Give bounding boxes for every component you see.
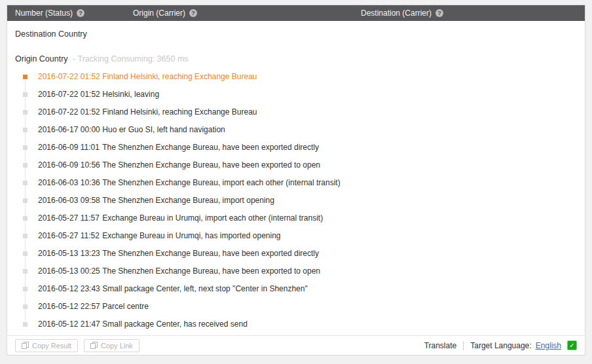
event-description: Finland Helsinki, reaching Exchange Bure… [102, 72, 257, 81]
copy-result-button[interactable]: Copy Result [15, 339, 78, 352]
translate-label: Translate [424, 341, 457, 350]
tracking-event-row: 2016-05-12 21:47 Small package Center, h… [7, 316, 585, 333]
event-date: 2016-05-12 22:57 [38, 298, 100, 316]
tracking-result-panel: Number (Status) ? Origin (Carrier) ? Des… [7, 5, 585, 355]
language-link[interactable]: English [536, 341, 561, 350]
footer-copy-buttons: Copy Result Copy Link [15, 339, 145, 352]
copy-link-label: Copy Link [101, 342, 133, 350]
event-date: 2016-07-22 01:52 [38, 68, 100, 86]
header-column-number-status: Number (Status) ? [15, 5, 84, 21]
event-date: 2016-05-12 23:43 [38, 280, 100, 298]
header-column-label: Destination (Carrier) [361, 9, 432, 18]
help-icon[interactable]: ? [435, 9, 443, 17]
timeline-dot-icon [23, 198, 28, 203]
timeline-dot-icon [23, 216, 28, 221]
event-date: 2016-06-17 00:00 [38, 121, 100, 139]
copy-link-button[interactable]: Copy Link [84, 339, 139, 352]
tracking-timeline: 2016-07-22 01:52 Finland Helsinki, reach… [7, 68, 585, 333]
event-date: 2016-05-12 21:47 [38, 316, 100, 333]
event-description: The Shenzhen Exchange Bureau, import eac… [102, 178, 341, 187]
destination-country-label: Destination Country [15, 27, 585, 41]
tracking-event-row: 2016-06-03 09:58 The Shenzhen Exchange B… [7, 192, 585, 209]
event-date: 2016-05-27 11:52 [38, 227, 100, 245]
timeline-dot-icon [23, 92, 28, 97]
event-description: Small package Center, has received send [102, 319, 247, 329]
footer-bar: Copy Result Copy Link Translate Target L… [7, 335, 585, 355]
event-description: Exchange Bureau in Urumqi, has imported … [102, 231, 280, 240]
copy-icon [90, 342, 98, 349]
event-description: The Shenzhen Exchange Bureau, have been … [102, 143, 319, 152]
event-description: The Shenzhen Exchange Bureau, have been … [102, 249, 319, 258]
origin-country-label: Origin Country [15, 54, 68, 64]
timeline-dot-icon [23, 287, 28, 291]
event-date: 2016-06-03 09:58 [38, 192, 100, 209]
target-language-label: Target Language: [470, 341, 531, 350]
header-column-label: Number (Status) [15, 9, 73, 18]
event-date: 2016-07-22 01:52 [38, 86, 100, 103]
header-column-origin-carrier: Origin (Carrier) ? [133, 5, 197, 21]
tracking-event-row: 2016-05-27 11:57 Exchange Bureau in Urum… [7, 209, 585, 227]
help-icon[interactable]: ? [189, 9, 197, 17]
tracking-event-row: 2016-05-13 00:25 The Shenzhen Exchange B… [7, 263, 585, 280]
tracking-event-row: 2016-05-12 23:43 Small package Center, l… [7, 280, 585, 298]
tracking-content: Destination Country Origin Country - Tra… [7, 21, 585, 335]
timeline-dot-icon [23, 128, 28, 132]
event-date: 2016-05-13 00:25 [38, 263, 100, 280]
timeline-dot-icon [23, 163, 28, 168]
divider [463, 341, 464, 350]
tracking-event-row: 2016-06-09 10:56 The Shenzhen Exchange B… [7, 156, 585, 174]
translate-controls: Translate Target Language: English ✓ [424, 340, 577, 350]
event-description: The Shenzhen Exchange Bureau, import ope… [102, 196, 274, 205]
tracking-event-row: 2016-05-12 22:57 Parcel centre [7, 298, 585, 316]
tracking-event-row: 2016-07-22 01:52 Finland Helsinki, reach… [7, 103, 585, 121]
tracking-event-row: 2016-05-13 13:23 The Shenzhen Exchange B… [7, 245, 585, 263]
event-description: The Shenzhen Exchange Bureau, have been … [102, 266, 320, 276]
event-date: 2016-06-09 10:56 [38, 156, 100, 174]
result-header-bar: Number (Status) ? Origin (Carrier) ? Des… [7, 5, 585, 21]
timeline-dot-icon [23, 322, 28, 327]
timeline-dot-icon [23, 269, 28, 274]
event-description: Parcel centre [102, 302, 149, 311]
header-column-label: Origin (Carrier) [133, 9, 185, 18]
copy-icon [22, 342, 29, 349]
checkbox-checked-icon[interactable]: ✓ [567, 340, 577, 350]
event-description: Finland Helsinki, reaching Exchange Bure… [102, 107, 257, 117]
tracking-event-row: 2016-06-17 00:00 Huo er Guo SI, left han… [7, 121, 585, 139]
tracking-event-row: 2016-07-22 01:52 Helsinki, leaving [7, 86, 585, 103]
header-column-destination-carrier: Destination (Carrier) ? [361, 5, 443, 21]
help-icon[interactable]: ? [77, 9, 84, 17]
timeline-dot-icon [23, 181, 28, 185]
event-description: Exchange Bureau in Urumqi, import each o… [102, 213, 323, 223]
event-date: 2016-06-03 10:36 [38, 174, 100, 192]
tracking-event-row: 2016-07-22 01:52 Finland Helsinki, reach… [7, 68, 585, 86]
event-date: 2016-06-09 11:01 [38, 139, 100, 156]
timeline-dot-icon [23, 234, 28, 238]
timeline-dot-icon [23, 110, 28, 115]
tracking-event-row: 2016-05-27 11:52 Exchange Bureau in Urum… [7, 227, 585, 245]
timeline-dot-icon [23, 304, 28, 309]
tracking-event-row: 2016-06-03 10:36 The Shenzhen Exchange B… [7, 174, 585, 192]
tracking-event-row: 2016-06-09 11:01 The Shenzhen Exchange B… [7, 139, 585, 156]
origin-country-line: Origin Country - Tracking Consuming: 365… [15, 52, 585, 65]
tracking-consuming-label: - Tracking Consuming: 3650 ms [73, 54, 188, 64]
copy-result-label: Copy Result [32, 342, 71, 350]
timeline-dot-icon [23, 251, 28, 256]
event-date: 2016-05-27 11:57 [38, 209, 100, 227]
timeline-dot-icon [23, 145, 28, 150]
event-description: Helsinki, leaving [102, 90, 159, 99]
event-date: 2016-05-13 13:23 [38, 245, 100, 263]
event-description: The Shenzhen Exchange Bureau, have been … [102, 160, 320, 170]
event-description: Huo er Guo SI, left hand navigation [102, 125, 225, 134]
event-date: 2016-07-22 01:52 [38, 103, 100, 121]
timeline-dot-icon [23, 75, 28, 79]
event-description: Small package Center, left, next stop "C… [102, 284, 307, 293]
